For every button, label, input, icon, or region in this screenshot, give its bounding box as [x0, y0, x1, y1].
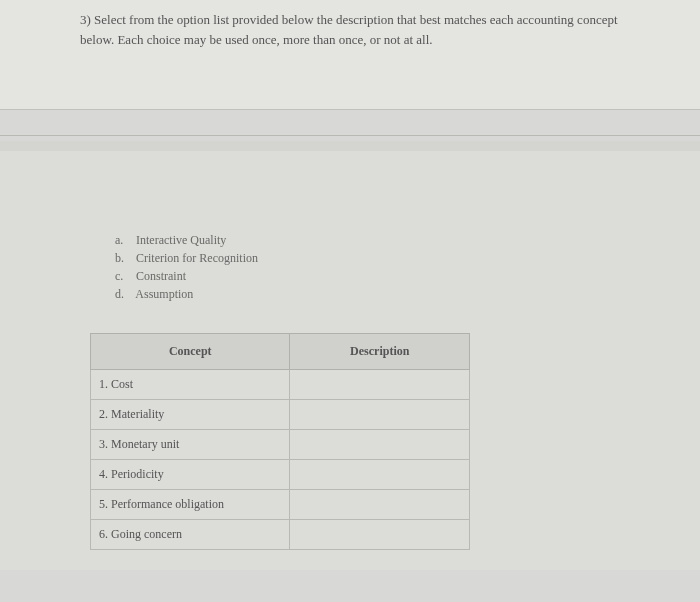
option-label: Assumption: [135, 287, 193, 301]
description-cell[interactable]: [290, 400, 470, 430]
header-description: Description: [290, 334, 470, 370]
table-header-row: Concept Description: [91, 334, 470, 370]
description-cell[interactable]: [290, 370, 470, 400]
option-a: a. Interactive Quality: [115, 231, 620, 249]
option-b: b. Criterion for Recognition: [115, 249, 620, 267]
answer-panel: a. Interactive Quality b. Criterion for …: [0, 141, 700, 570]
table-row: 5. Performance obligation: [91, 490, 470, 520]
description-cell[interactable]: [290, 430, 470, 460]
table-row: 1. Cost: [91, 370, 470, 400]
section-divider: [0, 135, 700, 136]
table-row: 3. Monetary unit: [91, 430, 470, 460]
description-cell[interactable]: [290, 460, 470, 490]
option-marker: b.: [115, 249, 133, 267]
option-marker: a.: [115, 231, 133, 249]
concept-cell: 5. Performance obligation: [91, 490, 290, 520]
option-label: Criterion for Recognition: [136, 251, 258, 265]
option-marker: d.: [115, 285, 133, 303]
option-c: c. Constraint: [115, 267, 620, 285]
header-concept: Concept: [91, 334, 290, 370]
table-row: 6. Going concern: [91, 520, 470, 550]
option-d: d. Assumption: [115, 285, 620, 303]
concept-cell: 1. Cost: [91, 370, 290, 400]
concept-cell: 4. Periodicity: [91, 460, 290, 490]
option-label: Interactive Quality: [136, 233, 226, 247]
description-cell[interactable]: [290, 490, 470, 520]
option-marker: c.: [115, 267, 133, 285]
question-panel: 3) Select from the option list provided …: [0, 0, 700, 110]
concept-table: Concept Description 1. Cost 2. Materiali…: [90, 333, 470, 550]
concept-cell: 3. Monetary unit: [91, 430, 290, 460]
options-list: a. Interactive Quality b. Criterion for …: [115, 231, 620, 303]
concept-cell: 6. Going concern: [91, 520, 290, 550]
option-label: Constraint: [136, 269, 186, 283]
table-row: 4. Periodicity: [91, 460, 470, 490]
table-row: 2. Materiality: [91, 400, 470, 430]
description-cell[interactable]: [290, 520, 470, 550]
concept-cell: 2. Materiality: [91, 400, 290, 430]
question-text: 3) Select from the option list provided …: [80, 10, 620, 49]
